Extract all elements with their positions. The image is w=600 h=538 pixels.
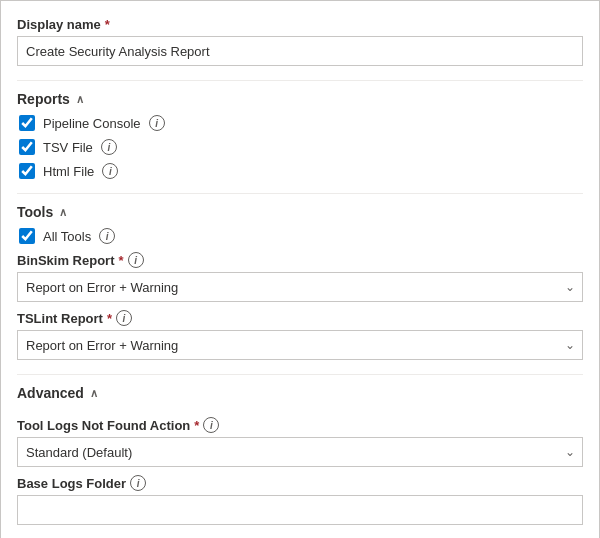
pipeline-console-row: Pipeline Console i — [17, 115, 583, 131]
tools-section-title: Tools — [17, 204, 53, 220]
binskim-required-star: * — [119, 253, 124, 268]
tslint-label: TSLint Report * i — [17, 310, 583, 326]
base-logs-label: Base Logs Folder i — [17, 475, 583, 491]
reports-section-header: Reports ∧ — [17, 80, 583, 115]
html-file-row: Html File i — [17, 163, 583, 179]
binskim-info-icon[interactable]: i — [128, 252, 144, 268]
all-tools-checkbox[interactable] — [19, 228, 35, 244]
binskim-label-text: BinSkim Report — [17, 253, 115, 268]
tool-logs-info-icon[interactable]: i — [203, 417, 219, 433]
tsv-file-info-icon[interactable]: i — [101, 139, 117, 155]
all-tools-label: All Tools — [43, 229, 91, 244]
tool-logs-label-text: Tool Logs Not Found Action — [17, 418, 190, 433]
advanced-section-header: Advanced ∧ — [17, 374, 583, 409]
reports-section-title: Reports — [17, 91, 70, 107]
all-tools-row: All Tools i — [17, 228, 583, 244]
tsv-file-checkbox[interactable] — [19, 139, 35, 155]
base-logs-info-icon[interactable]: i — [130, 475, 146, 491]
tslint-required-star: * — [107, 311, 112, 326]
all-tools-info-icon[interactable]: i — [99, 228, 115, 244]
pipeline-console-info-icon[interactable]: i — [149, 115, 165, 131]
advanced-chevron-icon[interactable]: ∧ — [90, 387, 98, 400]
tslint-info-icon[interactable]: i — [116, 310, 132, 326]
reports-chevron-icon[interactable]: ∧ — [76, 93, 84, 106]
tslint-dropdown-wrapper: Report on Error + Warning Report on Erro… — [17, 330, 583, 360]
html-file-label: Html File — [43, 164, 94, 179]
tools-chevron-icon[interactable]: ∧ — [59, 206, 67, 219]
tool-logs-label: Tool Logs Not Found Action * i — [17, 417, 583, 433]
reports-checkboxes: Pipeline Console i TSV File i Html File … — [17, 115, 583, 179]
tools-section-header: Tools ∧ — [17, 193, 583, 228]
form-container: Display name * Reports ∧ Pipeline Consol… — [0, 0, 600, 538]
tslint-label-text: TSLint Report — [17, 311, 103, 326]
binskim-dropdown[interactable]: Report on Error + Warning Report on Erro… — [17, 272, 583, 302]
html-file-info-icon[interactable]: i — [102, 163, 118, 179]
tools-content: All Tools i BinSkim Report * i Report on… — [17, 228, 583, 360]
binskim-label: BinSkim Report * i — [17, 252, 583, 268]
tool-logs-dropdown[interactable]: Standard (Default) Error Warning — [17, 437, 583, 467]
display-name-label-text: Display name — [17, 17, 101, 32]
tslint-dropdown[interactable]: Report on Error + Warning Report on Erro… — [17, 330, 583, 360]
pipeline-console-checkbox[interactable] — [19, 115, 35, 131]
html-file-checkbox[interactable] — [19, 163, 35, 179]
tool-logs-dropdown-wrapper: Standard (Default) Error Warning ⌄ — [17, 437, 583, 467]
advanced-content: Tool Logs Not Found Action * i Standard … — [17, 417, 583, 525]
advanced-section-title: Advanced — [17, 385, 84, 401]
binskim-dropdown-wrapper: Report on Error + Warning Report on Erro… — [17, 272, 583, 302]
required-star: * — [105, 17, 110, 32]
base-logs-label-text: Base Logs Folder — [17, 476, 126, 491]
tool-logs-required-star: * — [194, 418, 199, 433]
base-logs-input[interactable] — [17, 495, 583, 525]
display-name-group: Display name * — [17, 17, 583, 66]
pipeline-console-label: Pipeline Console — [43, 116, 141, 131]
tsv-file-row: TSV File i — [17, 139, 583, 155]
tsv-file-label: TSV File — [43, 140, 93, 155]
display-name-input[interactable] — [17, 36, 583, 66]
display-name-label: Display name * — [17, 17, 583, 32]
